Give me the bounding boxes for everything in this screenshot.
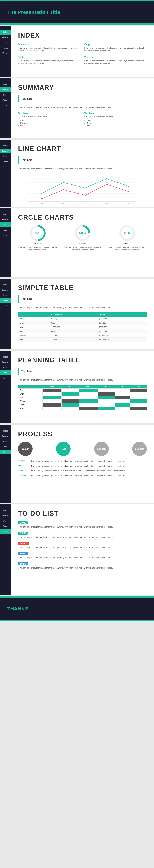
index-title: INDEX xyxy=(18,32,147,39)
process-detail-support: Support: If we can only encounter each o… xyxy=(18,474,147,477)
todo-content: TO-DO LIST DONE If we can only encounter… xyxy=(11,504,154,578)
sb-summary-7[interactable]: Summary xyxy=(0,434,11,439)
index-slide: Index Summary Graphs Tables Various INDE… xyxy=(0,26,154,77)
sb-index-7[interactable]: Index xyxy=(0,429,11,433)
pcell xyxy=(61,403,79,406)
summary-title: SUMMARY xyxy=(18,84,147,91)
svg-point-19 xyxy=(84,187,86,188)
sb-tables-6[interactable]: Tables xyxy=(0,370,11,375)
sb-graphs-4[interactable]: Graphs xyxy=(0,222,11,227)
todo-badge-todo-2: TO DO xyxy=(18,562,28,565)
svg-point-20 xyxy=(106,178,107,179)
bullet-1-1: Guify xyxy=(18,120,81,122)
process-launch-text: If we can only encounter each other rath… xyxy=(31,469,125,472)
sb-summary-6[interactable]: Summary xyxy=(0,360,11,365)
linechart-content: LINE CHART Text here If we can only enco… xyxy=(11,140,154,207)
title-accent-2 xyxy=(18,156,19,164)
circle-desc-c: If we can only encounter each other stay… xyxy=(108,246,147,251)
todo-text-3: If we can only encounter each other rath… xyxy=(18,546,147,549)
pcell xyxy=(79,406,98,410)
sb-index-2[interactable]: Index xyxy=(0,82,11,87)
sidebar-item-summary-1[interactable]: Summary xyxy=(0,35,11,40)
sb-index-5[interactable]: Index xyxy=(0,282,11,287)
sb-summary-2[interactable]: Summary xyxy=(0,87,11,92)
pcell xyxy=(98,406,115,410)
sidebar-item-various-1[interactable]: Various xyxy=(0,51,11,56)
summary-col1-heading: Text here xyxy=(18,112,81,115)
sb-graphs-3[interactable]: Graphs xyxy=(0,154,11,159)
sb-graphs-7[interactable]: Graphs xyxy=(0,439,11,444)
sidebar-item-tables-1[interactable]: Tables xyxy=(0,45,11,51)
td-cust-5: 21,568 xyxy=(49,333,97,337)
table-row: Gred 5,774 $54,225 xyxy=(18,321,147,325)
simpletable-heading-bar: Text here xyxy=(18,295,147,303)
sb-tables-5[interactable]: Tables xyxy=(0,298,11,303)
sb-summary-4[interactable]: Summary xyxy=(0,217,11,222)
sb-tables-3[interactable]: Tables xyxy=(0,159,11,164)
sb-graphs-5[interactable]: Graphs xyxy=(0,293,11,298)
circle-svg-c: 25% xyxy=(119,225,136,241)
summary-cols: Text here If we can only encounter each … xyxy=(18,112,147,127)
sb-various-6[interactable]: Various xyxy=(0,375,11,380)
td-rev-6: $12,525,661 xyxy=(97,337,147,342)
svg-point-21 xyxy=(128,186,129,187)
pth-sat: Sat xyxy=(130,384,147,389)
sb-summary-5[interactable]: Summary xyxy=(0,287,11,292)
sb-various-7[interactable]: Various xyxy=(0,450,11,455)
sidebar-circles: Index Summary Graphs Tables Various xyxy=(0,208,11,277)
circles-title: CRCLE CHARTS xyxy=(18,214,147,221)
sb-index-3[interactable]: Index xyxy=(0,143,11,148)
planning-subtext: If we can only encounter each other rath… xyxy=(18,378,147,382)
circle-plan-b: 50% Plan B If we can only encounter each… xyxy=(63,225,102,251)
planning-slide: Index Summary Graphs Tables Various PLAN… xyxy=(0,351,154,424)
sb-index-8[interactable]: Index xyxy=(0,508,11,513)
pname-wai: Wai xyxy=(18,396,42,399)
index-summary-label: Summary xyxy=(18,43,81,45)
pcell xyxy=(79,389,98,392)
sb-graphs-2[interactable]: Graphs xyxy=(0,93,11,97)
summary-col-2: Text here If we can only encounter each … xyxy=(84,112,147,127)
index-various-label: Various xyxy=(84,56,147,58)
circle-svg-a: 75% xyxy=(30,225,46,241)
thanks-slide: THANKS xyxy=(0,596,154,621)
sb-tables-2[interactable]: Tables xyxy=(0,98,11,103)
sb-summary-8[interactable]: Summary xyxy=(0,513,11,518)
sb-various-2[interactable]: Various xyxy=(0,103,11,108)
sb-index-4[interactable]: Index xyxy=(0,212,11,217)
table-row: Wong 68,135 $260,814 xyxy=(18,329,147,333)
table-row: Wai 1,207,496 $212,009 xyxy=(18,325,147,329)
sidebar-item-index[interactable]: Index xyxy=(0,30,11,35)
todo-item-4: TO DO If we can only encounter each othe… xyxy=(18,552,147,559)
sb-various-8[interactable]: Various xyxy=(0,529,11,534)
sb-tables-7[interactable]: Tables xyxy=(0,444,11,449)
td-cust-2: 5,774 xyxy=(49,321,97,325)
circles-content: CRCLE CHARTS 75% Plan A If we can only e… xyxy=(11,208,154,259)
circle-plan-a: 75% Plan A If we can only encounter each… xyxy=(18,225,57,251)
svg-point-17 xyxy=(41,193,42,194)
circle-desc-b: If we can only encounter each other stay… xyxy=(63,246,102,251)
sb-various-5[interactable]: Various xyxy=(0,303,11,308)
title-accent-3 xyxy=(18,295,19,303)
sb-index-6[interactable]: Index xyxy=(0,354,11,359)
sidebar-item-graphs-1[interactable]: Graphs xyxy=(0,40,11,45)
linechart-title: LINE CHART xyxy=(18,145,147,153)
th-customers: Customers xyxy=(49,312,97,317)
sb-tables-8[interactable]: Tables xyxy=(0,524,11,529)
process-test-text: If we can only encounter each other rath… xyxy=(31,465,125,468)
sb-various-4[interactable]: Various xyxy=(0,233,11,238)
pcell xyxy=(79,392,98,396)
sb-various-3[interactable]: Various xyxy=(0,164,11,169)
todo-badge-todo-1: TO DO xyxy=(18,552,28,555)
sb-graphs-8[interactable]: Graphs xyxy=(0,519,11,523)
summary-col2-text: If we can only encounter each other. xyxy=(84,115,147,118)
process-steps: Design Test Launch Support xyxy=(18,441,147,456)
pcell xyxy=(79,399,98,403)
td-name-4: Wong xyxy=(18,329,49,333)
sb-graphs-6[interactable]: Graphs xyxy=(0,365,11,370)
sidebar-todo: Index Summary Graphs Tables Various xyxy=(0,504,11,595)
svg-text:6: 6 xyxy=(25,176,25,178)
summary-col2-bullets: Guify Ullimranip Notia xyxy=(84,120,147,127)
process-detail-launch: Launch: If we can only encounter each ot… xyxy=(18,469,147,472)
sb-tables-4[interactable]: Tables xyxy=(0,228,11,232)
sb-summary-3[interactable]: Summary xyxy=(0,149,11,153)
